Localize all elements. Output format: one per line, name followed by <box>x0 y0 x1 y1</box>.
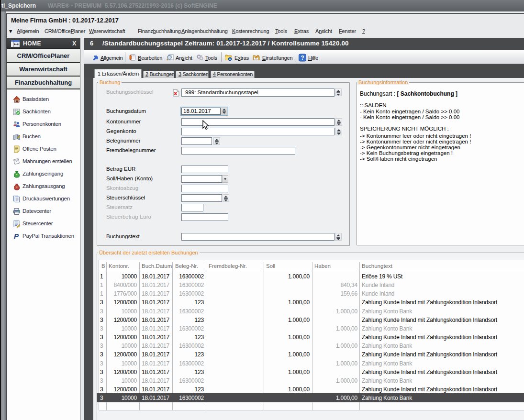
svg-text:?: ? <box>301 55 304 61</box>
svg-text:P: P <box>14 232 19 240</box>
